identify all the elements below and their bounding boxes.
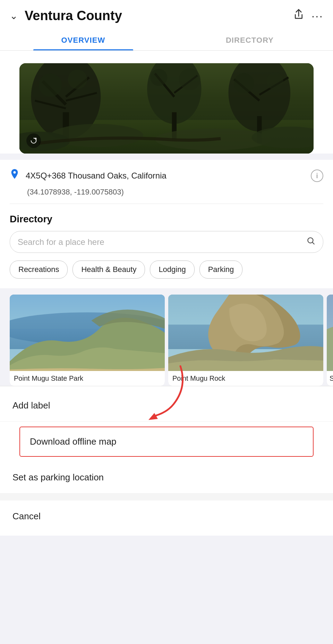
pill-recreations[interactable]: Recreations bbox=[10, 261, 68, 279]
pill-health-beauty[interactable]: Health & Beauty bbox=[72, 261, 145, 279]
hero-image bbox=[19, 63, 314, 154]
svg-point-21 bbox=[68, 69, 87, 89]
tab-directory[interactable]: DIRECTORY bbox=[166, 29, 333, 50]
photo-label-2: Point Mugu Rock bbox=[168, 371, 323, 386]
directory-title: Directory bbox=[10, 214, 323, 225]
tab-overview[interactable]: OVERVIEW bbox=[0, 29, 166, 50]
info-button[interactable]: i bbox=[311, 170, 323, 182]
photo-label-1: Point Mugu State Park bbox=[10, 371, 165, 386]
download-offline-map-wrapper: Download offline map bbox=[0, 422, 333, 462]
svg-point-22 bbox=[150, 69, 167, 86]
search-icon bbox=[306, 236, 315, 248]
location-section: 4X5Q+368 Thousand Oaks, California i (34… bbox=[0, 160, 333, 204]
location-pin-icon bbox=[10, 168, 19, 183]
tab-bar: OVERVIEW DIRECTORY bbox=[0, 29, 333, 51]
svg-point-20 bbox=[39, 74, 62, 97]
photo-card-1[interactable]: Point Mugu State Park bbox=[10, 295, 165, 386]
photo-image-1 bbox=[10, 295, 165, 371]
cancel-item[interactable]: Cancel bbox=[0, 501, 333, 536]
app-header: ⌄ Ventura County ··· bbox=[0, 0, 333, 29]
svg-point-24 bbox=[234, 73, 254, 93]
search-placeholder: Search for a place here bbox=[18, 237, 302, 247]
photo-image-2 bbox=[168, 295, 323, 371]
header-actions: ··· bbox=[293, 9, 323, 23]
more-options-button[interactable]: ··· bbox=[311, 9, 323, 23]
directory-section: Directory Search for a place here Recrea… bbox=[0, 204, 333, 288]
photo-card-3[interactable]: S... bbox=[327, 295, 333, 386]
svg-point-25 bbox=[266, 73, 283, 90]
photo-label-3: S... bbox=[327, 371, 333, 386]
share-button[interactable] bbox=[293, 9, 304, 23]
svg-point-23 bbox=[179, 68, 200, 90]
pill-parking[interactable]: Parking bbox=[199, 261, 243, 279]
coordinates-text: (34.1078938, -119.0075803) bbox=[10, 186, 323, 204]
photo-grid: Point Mugu State Park bbox=[0, 288, 333, 386]
photo-card-2[interactable]: Point Mugu Rock bbox=[168, 295, 323, 386]
photo-image-3 bbox=[327, 295, 333, 371]
bottom-sheet: Add label Download offline map Set as pa… bbox=[0, 386, 333, 536]
search-bar[interactable]: Search for a place here bbox=[10, 231, 323, 253]
rotate-view-button[interactable] bbox=[26, 133, 41, 148]
page-title: Ventura County bbox=[25, 8, 293, 23]
chevron-down-icon[interactable]: ⌄ bbox=[10, 10, 18, 22]
set-parking-item[interactable]: Set as parking location bbox=[0, 462, 333, 494]
download-offline-map-item[interactable]: Download offline map bbox=[19, 427, 314, 457]
add-label-item[interactable]: Add label bbox=[0, 390, 333, 422]
svg-point-26 bbox=[14, 171, 16, 174]
sheet-divider bbox=[0, 494, 333, 501]
pill-lodging[interactable]: Lodging bbox=[150, 261, 194, 279]
svg-line-28 bbox=[313, 242, 314, 244]
category-pills: Recreations Health & Beauty Lodging Park… bbox=[10, 261, 323, 282]
plus-code-text: 4X5Q+368 Thousand Oaks, California bbox=[26, 171, 311, 181]
plus-code-row: 4X5Q+368 Thousand Oaks, California i bbox=[10, 160, 323, 186]
